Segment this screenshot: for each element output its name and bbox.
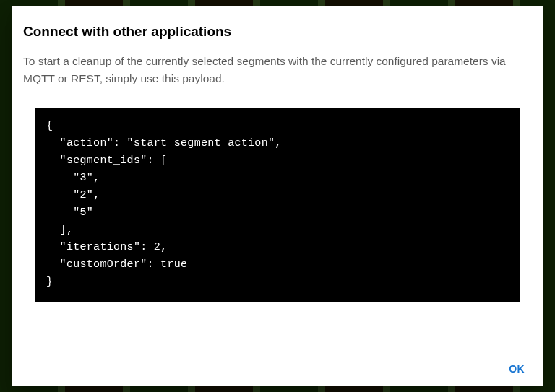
dialog-title: Connect with other applications	[12, 6, 543, 45]
connect-applications-dialog: Connect with other applications To start…	[12, 6, 543, 386]
dialog-description: To start a cleanup of the currently sele…	[23, 53, 532, 87]
payload-code-block[interactable]: { "action": "start_segment_action", "seg…	[35, 108, 520, 302]
dialog-actions: OK	[12, 352, 543, 386]
dialog-body: To start a cleanup of the currently sele…	[12, 45, 543, 352]
ok-button[interactable]: OK	[496, 357, 538, 380]
